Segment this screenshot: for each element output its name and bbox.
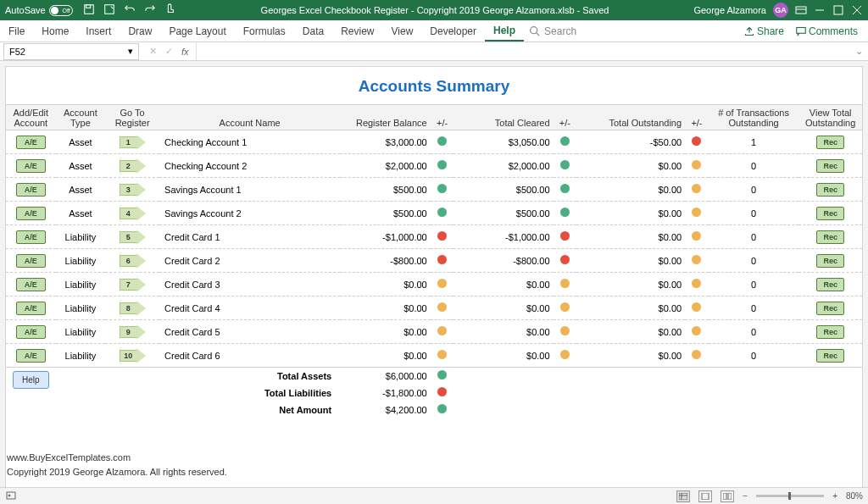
normal-view-icon[interactable] [676,490,690,502]
zoom-in-icon[interactable]: + [832,491,837,501]
user-avatar[interactable]: GA [773,3,788,18]
redo-icon[interactable] [144,3,156,17]
tab-insert[interactable]: Insert [77,20,120,42]
zoom-out-icon[interactable]: − [743,491,748,501]
user-name[interactable]: George Alzamora [693,5,766,15]
add-edit-button[interactable]: A/E [16,325,46,339]
goto-arrow-button[interactable]: 4 [120,206,146,221]
ribbon-mode-icon[interactable] [795,4,807,16]
tab-file[interactable]: File [0,20,33,42]
status-dot-icon [692,231,701,241]
status-dot-icon [437,404,447,413]
goto-arrow-button[interactable]: 10 [120,348,146,363]
svg-rect-4 [834,6,843,14]
tab-review[interactable]: Review [332,20,382,42]
status-dot-icon [692,136,701,146]
status-dot-icon [437,208,447,217]
status-dot-icon [560,350,570,359]
comments-button[interactable]: Comments [796,25,858,37]
goto-arrow-button[interactable]: 2 [120,158,146,174]
goto-arrow-button[interactable]: 8 [120,301,146,316]
rec-button[interactable]: Rec [816,302,844,315]
table-row: A/ELiability5Credit Card 1-$1,000.00-$1,… [6,225,862,249]
add-edit-button[interactable]: A/E [16,136,46,149]
undo-icon[interactable] [124,3,136,17]
add-edit-button[interactable]: A/E [16,230,46,244]
status-dot-icon [437,370,447,379]
register-balance: $0.00 [340,296,431,320]
add-edit-button[interactable]: A/E [16,183,46,197]
save-icon[interactable] [83,3,95,17]
tab-formulas[interactable]: Formulas [235,20,294,42]
status-dot-icon [560,136,570,146]
transaction-count: 0 [709,273,799,296]
total-value: -$1,800.00 [340,385,431,402]
add-edit-button[interactable]: A/E [16,278,46,291]
goto-arrow-button[interactable]: 7 [120,277,146,292]
expand-fx-icon[interactable]: ⌄ [850,46,868,57]
autosave-toggle[interactable]: AutoSave Off [5,5,73,16]
autosave-label: AutoSave [5,5,46,15]
goto-arrow-button[interactable]: 9 [120,324,146,340]
page-break-view-icon[interactable] [721,490,734,502]
worksheet[interactable]: Accounts Summary Add/EditAccount Account… [5,66,863,488]
zoom-level[interactable]: 80% [846,491,863,501]
search-box[interactable]: Search [529,20,576,42]
svg-rect-12 [728,493,732,500]
svg-rect-2 [104,5,114,14]
minimize-icon[interactable] [814,4,826,16]
goto-arrow-button[interactable]: 5 [120,230,146,245]
status-dot-icon [437,160,447,169]
transaction-count: 0 [709,154,799,178]
tab-draw[interactable]: Draw [120,20,160,42]
cancel-icon[interactable]: ✕ [149,46,157,57]
formula-bar[interactable] [196,42,850,60]
rec-button[interactable]: Rec [816,183,844,197]
goto-arrow-button[interactable]: 6 [120,253,146,269]
status-dot-icon [437,326,447,335]
total-cleared: $2,000.00 [453,154,553,178]
maximize-icon[interactable] [832,4,844,16]
total-cleared: $3,050.00 [453,130,553,154]
add-edit-button[interactable]: A/E [16,159,46,173]
record-macro-icon[interactable] [5,490,17,503]
enter-icon[interactable]: ✓ [165,46,173,57]
total-cleared: $500.00 [453,178,553,202]
status-dot-icon [692,302,701,312]
rec-button[interactable]: Rec [816,254,844,268]
rec-button[interactable]: Rec [816,349,844,363]
register-balance: $500.00 [340,202,431,225]
zoom-slider[interactable] [756,495,824,497]
add-edit-button[interactable]: A/E [16,349,46,363]
goto-arrow-button[interactable]: 1 [120,135,146,150]
add-edit-button[interactable]: A/E [16,254,46,268]
save-icon[interactable] [103,3,115,17]
tab-data[interactable]: Data [294,20,332,42]
add-edit-button[interactable]: A/E [16,207,46,220]
help-button[interactable]: Help [13,371,49,389]
add-edit-button[interactable]: A/E [16,302,46,315]
tab-view[interactable]: View [383,20,422,42]
share-button[interactable]: Share [744,25,784,37]
status-dot-icon [437,136,447,146]
rec-button[interactable]: Rec [816,207,844,220]
rec-button[interactable]: Rec [816,278,844,291]
svg-rect-11 [723,493,726,500]
page-layout-view-icon[interactable] [698,490,712,502]
register-balance: $2,000.00 [340,154,431,178]
total-outstanding: $0.00 [576,249,685,273]
rec-button[interactable]: Rec [816,325,844,339]
name-box[interactable]: F52▾ [3,43,139,60]
fx-icon[interactable]: fx [181,47,189,57]
tab-home[interactable]: Home [33,20,77,42]
close-icon[interactable] [851,4,863,16]
rec-button[interactable]: Rec [816,136,844,149]
goto-arrow-button[interactable]: 3 [120,182,146,197]
touch-icon[interactable] [164,3,176,17]
tab-page-layout[interactable]: Page Layout [160,20,234,42]
tab-developer[interactable]: Developer [421,20,485,42]
total-outstanding: $0.00 [576,202,685,225]
rec-button[interactable]: Rec [816,230,844,244]
rec-button[interactable]: Rec [816,159,844,173]
tab-help[interactable]: Help [485,20,524,42]
